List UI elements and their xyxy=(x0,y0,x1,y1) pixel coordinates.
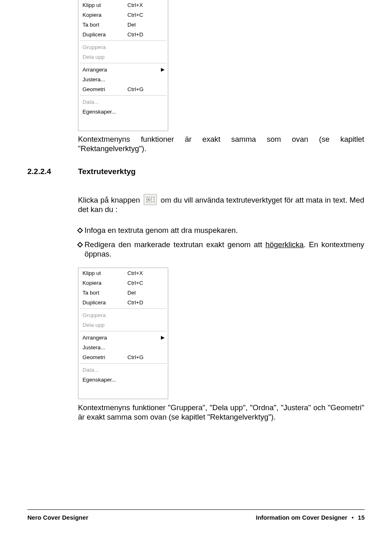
menu-separator xyxy=(80,331,167,331)
menu-item[interactable]: Geometri Ctrl+G xyxy=(78,84,168,94)
footer-right: Information om Cover Designer • 15 xyxy=(256,514,365,521)
section-number: 2.2.2.4 xyxy=(27,167,51,176)
textbox-tool-icon: a.I xyxy=(144,194,157,205)
menu-item[interactable]: Geometri Ctrl+G xyxy=(78,352,168,362)
menu-label: Gruppera xyxy=(82,44,127,50)
menu-shortcut: Ctrl+D xyxy=(127,299,156,306)
menu-item[interactable]: Ta bort Del xyxy=(78,20,168,29)
menu-item[interactable]: Kopiera Ctrl+C xyxy=(78,10,168,20)
menu-item[interactable]: Duplicera Ctrl+D xyxy=(78,29,168,39)
menu-item[interactable]: Justera... xyxy=(78,74,168,84)
menu-separator xyxy=(80,308,167,309)
bullet-icon xyxy=(77,228,83,233)
menu-shortcut: Ctrl+X xyxy=(127,2,156,8)
menu-label: Data... xyxy=(82,99,127,105)
menu-label: Klipp ut xyxy=(82,2,127,8)
menu-item[interactable]: Egenskaper... xyxy=(78,107,168,116)
menu-item-disabled: Gruppera xyxy=(78,42,168,52)
body-paragraph: Kontextmenyns funktioner är exakt samma … xyxy=(78,135,364,153)
menu-item-submenu[interactable]: Arrangera ▶ xyxy=(78,65,168,74)
menu-label: Duplicera xyxy=(82,299,127,306)
body-paragraph: Kontextmenyns funktioner "Gruppera", "De… xyxy=(78,403,364,422)
menu-label: Justera... xyxy=(82,344,127,351)
menu-item-disabled: Gruppera xyxy=(78,310,168,320)
text: Infoga en textruta genom att dra muspeka… xyxy=(85,226,238,235)
footer-rule xyxy=(27,509,365,510)
menu-item[interactable]: Duplicera Ctrl+D xyxy=(78,297,168,307)
bullet-item: Infoga en textruta genom att dra muspeka… xyxy=(78,226,364,235)
menu-label: Ta bort xyxy=(82,22,127,28)
menu-label: Arrangera xyxy=(82,335,127,341)
menu-separator xyxy=(80,95,167,96)
menu-label: Klipp ut xyxy=(82,270,127,276)
text: Kontextmenyns funktioner "Gruppera", "De… xyxy=(78,403,364,421)
menu-shortcut: Del xyxy=(127,290,156,296)
menu-shortcut: Ctrl+D xyxy=(127,31,156,38)
menu-shortcut: Ctrl+G xyxy=(127,86,156,92)
menu-label: Dela upp xyxy=(82,54,127,60)
text: Kontextmenyns funktioner är exakt samma … xyxy=(78,135,364,153)
menu-shortcut: Ctrl+C xyxy=(127,280,156,286)
menu-item-submenu[interactable]: Arrangera ▶ xyxy=(78,333,168,342)
submenu-arrow-icon: ▶ xyxy=(161,67,165,72)
menu-label: Data... xyxy=(82,367,127,373)
menu-label: Kopiera xyxy=(82,280,127,286)
menu-label: Ta bort xyxy=(82,290,127,296)
menu-shortcut: Ctrl+C xyxy=(127,12,156,18)
menu-label: Duplicera xyxy=(82,31,127,38)
bullet-item: Redigera den markerade textrutan exakt g… xyxy=(78,240,364,259)
menu-label: Egenskaper... xyxy=(82,377,127,383)
menu-label: Gruppera xyxy=(82,312,127,318)
menu-item[interactable]: Egenskaper... xyxy=(78,375,168,384)
menu-label: Dela upp xyxy=(82,322,127,328)
menu-label: Geometri xyxy=(82,354,127,360)
menu-item[interactable]: Ta bort Del xyxy=(78,288,168,297)
menu-item[interactable]: Klipp ut Ctrl+X xyxy=(78,268,168,278)
menu-separator xyxy=(80,363,167,364)
menu-item-disabled: Data... xyxy=(78,365,168,375)
tool-icon-label: a.I xyxy=(147,197,154,202)
page-number: 15 xyxy=(358,514,365,521)
menu-shortcut: Del xyxy=(127,22,156,28)
bullet-icon xyxy=(77,242,83,248)
menu-item-disabled: Data... xyxy=(78,97,168,107)
body-paragraph: Klicka på knappen a.I om du vill använda… xyxy=(78,194,364,214)
menu-label: Justera... xyxy=(82,76,127,83)
submenu-arrow-icon: ▶ xyxy=(161,335,165,340)
menu-item[interactable]: Kopiera Ctrl+C xyxy=(78,278,168,288)
menu-item[interactable]: Klipp ut Ctrl+X xyxy=(78,0,168,10)
menu-item-disabled: Dela upp xyxy=(78,320,168,330)
context-menu-figure-1: Klipp ut Ctrl+X Kopiera Ctrl+C Ta bort D… xyxy=(78,0,168,131)
menu-label: Egenskaper... xyxy=(82,109,127,115)
menu-separator xyxy=(80,40,167,41)
menu-item-disabled: Dela upp xyxy=(78,52,168,62)
menu-label: Arrangera xyxy=(82,67,127,73)
menu-separator xyxy=(80,63,167,63)
menu-shortcut: Ctrl+G xyxy=(127,354,156,360)
context-menu-figure-2: Klipp ut Ctrl+X Kopiera Ctrl+C Ta bort D… xyxy=(78,268,168,399)
footer-section: Information om Cover Designer xyxy=(256,514,347,521)
text: Redigera den markerade textrutan exakt g… xyxy=(85,240,265,249)
menu-item[interactable]: Justera... xyxy=(78,342,168,352)
menu-label: Kopiera xyxy=(82,12,127,18)
menu-label: Geometri xyxy=(82,86,127,92)
footer-left: Nero Cover Designer xyxy=(27,514,88,521)
text: Klicka på knappen xyxy=(78,196,142,204)
section-title: Textruteverktyg xyxy=(78,167,136,176)
bullet-separator-icon: • xyxy=(349,514,356,521)
menu-shortcut: Ctrl+X xyxy=(127,270,156,276)
underlined-text: högerklicka xyxy=(265,240,304,249)
